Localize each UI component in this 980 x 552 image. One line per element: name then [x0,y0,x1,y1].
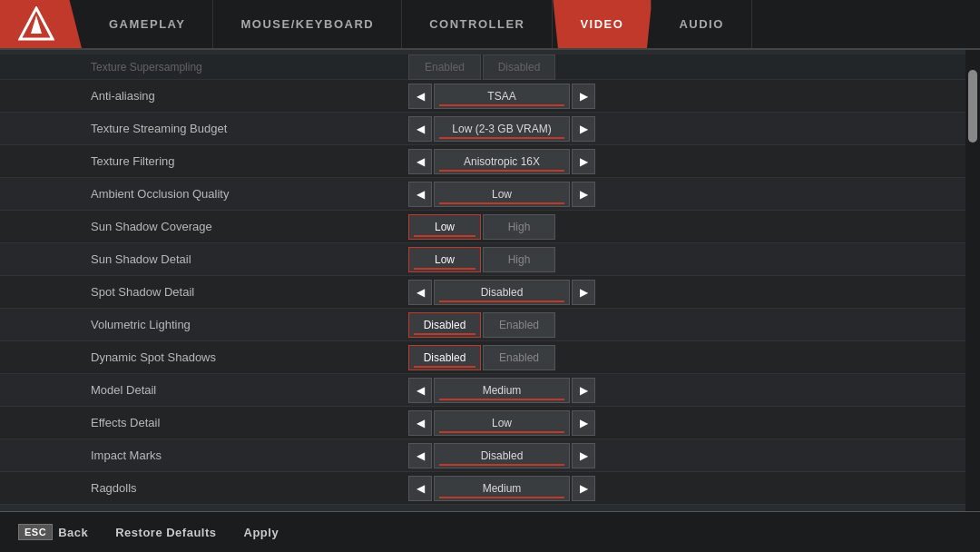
truncated-btn2[interactable]: Disabled [483,54,555,80]
arrow-left-texture-filtering[interactable]: ◀ [408,149,432,174]
arrow-left-impact-marks[interactable]: ◀ [408,443,432,468]
value-anti-aliasing: TSAA [434,84,570,109]
arrow-right-impact-marks[interactable]: ▶ [572,443,595,468]
apply-label: Apply [244,526,279,539]
arrow-left-texture-streaming-budget[interactable]: ◀ [408,116,432,142]
tab-gameplay[interactable]: GAMEPLAY [82,0,213,48]
tab-controller[interactable]: CONTROLLER [402,0,553,48]
label-texture-filtering: Texture Filtering [91,154,408,168]
setting-row-effects-detail: Effects Detail◀Low▶ [0,407,965,439]
label-spot-shadow-detail: Spot Shadow Detail [91,285,408,299]
value-effects-detail: Low [434,410,570,436]
label-sun-shadow-detail: Sun Shadow Detail [91,252,408,266]
restore-label: Restore Defaults [115,526,216,539]
setting-row-volumetric-lighting: Volumetric LightingDisabledEnabled [0,309,965,341]
toggle-opt2-sun-shadow-coverage[interactable]: High [483,214,555,240]
arrow-left-effects-detail[interactable]: ◀ [408,410,432,436]
value-texture-streaming-budget: Low (2-3 GB VRAM) [434,116,570,142]
toggle-control-volumetric-lighting: DisabledEnabled [408,312,555,338]
toggle-opt1-volumetric-lighting[interactable]: Disabled [408,312,481,338]
arrow-right-ambient-occlusion-quality[interactable]: ▶ [572,182,595,207]
arrow-control-anti-aliasing: ◀TSAA▶ [408,84,595,109]
value-model-detail: Medium [434,378,570,403]
scrollbar-track[interactable] [965,50,980,511]
setting-row-dynamic-spot-shadows: Dynamic Spot ShadowsDisabledEnabled [0,341,965,374]
label-effects-detail: Effects Detail [91,416,408,429]
setting-row-texture-streaming-budget: Texture Streaming Budget◀Low (2-3 GB VRA… [0,113,965,145]
arrow-right-ragdolls[interactable]: ▶ [572,476,595,501]
arrow-left-ragdolls[interactable]: ◀ [408,476,432,501]
apply-button[interactable]: Apply [244,526,279,539]
esc-badge: ESC [18,524,53,540]
toggle-control-sun-shadow-detail: LowHigh [408,247,555,272]
truncated-btn1[interactable]: Enabled [408,54,481,80]
back-button[interactable]: ESC Back [18,524,88,540]
settings-rows: Anti-aliasing◀TSAA▶Texture Streaming Bud… [0,80,965,505]
setting-row-ambient-occlusion-quality: Ambient Occlusion Quality◀Low▶ [0,178,965,211]
value-ambient-occlusion-quality: Low [434,182,570,207]
arrow-control-model-detail: ◀Medium▶ [408,378,595,403]
arrow-control-effects-detail: ◀Low▶ [408,410,595,436]
logo-area [0,0,82,48]
arrow-control-texture-filtering: ◀Anisotropic 16X▶ [408,149,595,174]
arrow-right-anti-aliasing[interactable]: ▶ [572,84,595,109]
tab-mouse-keyboard[interactable]: MOUSE/KEYBOARD [213,0,402,48]
label-impact-marks: Impact Marks [91,448,408,462]
toggle-opt2-volumetric-lighting[interactable]: Enabled [483,312,555,338]
arrow-right-texture-streaming-budget[interactable]: ▶ [572,116,595,142]
arrow-left-model-detail[interactable]: ◀ [408,378,432,403]
toggle-opt2-sun-shadow-detail[interactable]: High [483,247,555,272]
setting-row-model-detail: Model Detail◀Medium▶ [0,374,965,407]
nav-tabs: GAMEPLAY MOUSE/KEYBOARD CONTROLLER VIDEO… [82,0,980,48]
toggle-control-dynamic-spot-shadows: DisabledEnabled [408,345,555,370]
truncated-label: Texture Supersampling [91,61,408,74]
settings-panel: Texture Supersampling Enabled Disabled A… [0,50,965,511]
arrow-left-ambient-occlusion-quality[interactable]: ◀ [408,182,432,207]
arrow-left-anti-aliasing[interactable]: ◀ [408,84,432,109]
apex-logo-icon [18,6,54,43]
arrow-right-effects-detail[interactable]: ▶ [572,410,595,436]
arrow-control-ragdolls: ◀Medium▶ [408,476,595,501]
setting-row-sun-shadow-coverage: Sun Shadow CoverageLowHigh [0,211,965,243]
value-impact-marks: Disabled [434,443,570,468]
setting-row-spot-shadow-detail: Spot Shadow Detail◀Disabled▶ [0,276,965,309]
arrow-control-ambient-occlusion-quality: ◀Low▶ [408,182,595,207]
setting-row-anti-aliasing: Anti-aliasing◀TSAA▶ [0,80,965,113]
value-spot-shadow-detail: Disabled [434,280,570,305]
setting-row-impact-marks: Impact Marks◀Disabled▶ [0,439,965,472]
truncated-control: Enabled Disabled [408,54,555,80]
truncated-row: Texture Supersampling Enabled Disabled [0,54,965,80]
tab-video[interactable]: VIDEO [553,0,652,48]
bottom-bar: ESC Back Restore Defaults Apply [0,511,980,552]
label-dynamic-spot-shadows: Dynamic Spot Shadows [91,350,408,364]
label-anti-aliasing: Anti-aliasing [91,89,408,103]
toggle-opt2-dynamic-spot-shadows[interactable]: Enabled [483,345,555,370]
setting-row-texture-filtering: Texture Filtering◀Anisotropic 16X▶ [0,145,965,178]
arrow-right-spot-shadow-detail[interactable]: ▶ [572,280,595,305]
label-texture-streaming-budget: Texture Streaming Budget [91,122,408,135]
main-content: Texture Supersampling Enabled Disabled A… [0,50,980,511]
scrollbar-thumb[interactable] [968,70,977,143]
arrow-control-spot-shadow-detail: ◀Disabled▶ [408,280,595,305]
toggle-opt1-sun-shadow-coverage[interactable]: Low [408,214,481,240]
value-texture-filtering: Anisotropic 16X [434,149,570,174]
tab-audio[interactable]: AUDIO [652,0,751,48]
value-ragdolls: Medium [434,476,570,501]
arrow-right-texture-filtering[interactable]: ▶ [572,149,595,174]
arrow-left-spot-shadow-detail[interactable]: ◀ [408,280,432,305]
arrow-right-model-detail[interactable]: ▶ [572,378,595,403]
arrow-control-impact-marks: ◀Disabled▶ [408,443,595,468]
label-model-detail: Model Detail [91,383,408,397]
toggle-opt1-dynamic-spot-shadows[interactable]: Disabled [408,345,481,370]
label-ambient-occlusion-quality: Ambient Occlusion Quality [91,187,408,201]
toggle-control-sun-shadow-coverage: LowHigh [408,214,555,240]
setting-row-sun-shadow-detail: Sun Shadow DetailLowHigh [0,243,965,276]
restore-defaults-button[interactable]: Restore Defaults [115,526,216,539]
label-volumetric-lighting: Volumetric Lighting [91,318,408,331]
top-nav: GAMEPLAY MOUSE/KEYBOARD CONTROLLER VIDEO… [0,0,980,50]
back-label: Back [58,526,88,539]
setting-row-ragdolls: Ragdolls◀Medium▶ [0,472,965,505]
arrow-control-texture-streaming-budget: ◀Low (2-3 GB VRAM)▶ [408,116,595,142]
toggle-opt1-sun-shadow-detail[interactable]: Low [408,247,481,272]
label-sun-shadow-coverage: Sun Shadow Coverage [91,220,408,233]
